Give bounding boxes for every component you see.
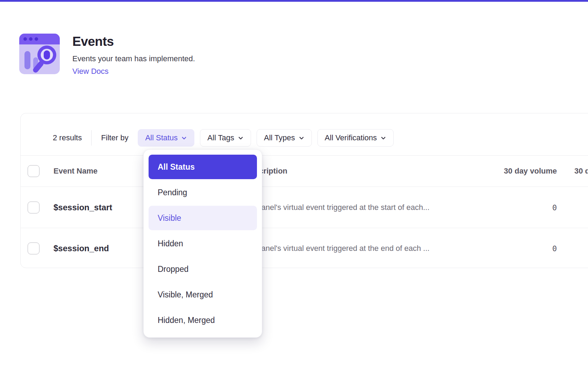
select-all-checkbox[interactable] bbox=[28, 165, 40, 177]
filter-verifications-label: All Verifications bbox=[325, 133, 377, 142]
menu-item-pending[interactable]: Pending bbox=[149, 180, 257, 205]
event-30-day-volume-cell: 0 bbox=[454, 203, 557, 212]
menu-item-visible-merged[interactable]: Visible, Merged bbox=[149, 282, 257, 307]
toolbar-divider bbox=[91, 130, 92, 146]
filter-toolbar: 2 results Filter by All Status All Tags … bbox=[21, 123, 588, 153]
table-row[interactable]: $session_end Mixpanel's virtual event tr… bbox=[21, 228, 588, 269]
column-header-event-name: Event Name bbox=[53, 167, 98, 176]
event-name-cell: $session_end bbox=[53, 244, 109, 253]
filter-verifications-dropdown-button[interactable]: All Verifications bbox=[317, 129, 394, 147]
events-browser-chart-icon bbox=[19, 34, 60, 74]
menu-item-hidden-merged[interactable]: Hidden, Merged bbox=[149, 308, 257, 332]
row-checkbox[interactable] bbox=[28, 202, 40, 213]
table-row[interactable]: $session_start Mixpanel's virtual event … bbox=[21, 187, 588, 228]
page-title: Events bbox=[72, 34, 195, 49]
menu-item-hidden[interactable]: Hidden bbox=[149, 231, 257, 256]
events-table-card: 2 results Filter by All Status All Tags … bbox=[20, 113, 588, 268]
chevron-down-icon bbox=[238, 135, 244, 141]
filter-types-dropdown-button[interactable]: All Types bbox=[257, 129, 312, 147]
view-docs-link[interactable]: View Docs bbox=[72, 67, 109, 76]
menu-item-all-status[interactable]: All Status bbox=[149, 155, 257, 179]
top-accent-bar bbox=[0, 0, 588, 2]
chevron-down-icon bbox=[181, 135, 187, 141]
filter-status-label: All Status bbox=[145, 133, 178, 142]
menu-item-dropped[interactable]: Dropped bbox=[149, 257, 257, 281]
chevron-down-icon bbox=[380, 135, 386, 141]
page-header: Events Events your team has implemented.… bbox=[19, 34, 195, 76]
results-count: 2 results bbox=[53, 133, 82, 142]
status-filter-menu: All Status Pending Visible Hidden Droppe… bbox=[143, 149, 262, 338]
event-description-cell: Mixpanel's virtual event triggered at th… bbox=[245, 244, 430, 253]
page-subtitle: Events your team has implemented. bbox=[72, 54, 195, 63]
filter-tags-dropdown-button[interactable]: All Tags bbox=[200, 129, 251, 147]
filter-status-dropdown-button[interactable]: All Status bbox=[138, 129, 194, 147]
filter-by-label: Filter by bbox=[101, 133, 128, 142]
table-header-row: Event Name Description 30 day volume 30 … bbox=[21, 155, 588, 187]
filter-types-label: All Types bbox=[264, 133, 295, 142]
event-name-cell: $session_start bbox=[53, 203, 112, 212]
column-header-clipped: 30 d bbox=[574, 167, 588, 176]
event-description-cell: Mixpanel's virtual event triggered at th… bbox=[245, 203, 430, 212]
filter-tags-label: All Tags bbox=[207, 133, 234, 142]
column-header-30-day-volume: 30 day volume bbox=[454, 167, 557, 176]
event-30-day-volume-cell: 0 bbox=[454, 244, 557, 253]
chevron-down-icon bbox=[299, 135, 304, 141]
menu-item-visible[interactable]: Visible bbox=[149, 206, 257, 230]
row-checkbox[interactable] bbox=[28, 242, 40, 254]
